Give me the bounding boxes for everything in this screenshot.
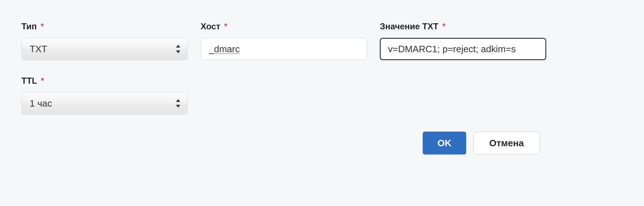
required-marker: * — [41, 76, 44, 85]
field-type: Тип * TXT — [21, 21, 188, 60]
required-marker: * — [442, 21, 446, 31]
label-txt-value: Значение TXT * — [380, 21, 546, 31]
cancel-button[interactable]: Отмена — [473, 132, 540, 154]
required-marker: * — [224, 21, 227, 31]
label-txt-value-text: Значение TXT — [380, 21, 438, 31]
svg-marker-2 — [176, 99, 180, 102]
field-host: Хост * — [201, 21, 367, 60]
label-type-text: Тип — [21, 21, 37, 31]
form-row-1: Тип * TXT Хост * — [21, 21, 623, 60]
ttl-select[interactable]: 1 час — [21, 92, 188, 114]
ok-button[interactable]: OK — [423, 132, 466, 154]
dns-record-form: Тип * TXT Хост * — [0, 0, 644, 114]
ttl-select-value: 1 час — [30, 98, 52, 109]
required-marker: * — [41, 21, 44, 31]
label-ttl-text: TTL — [21, 76, 37, 85]
field-ttl: TTL * 1 час — [21, 76, 188, 114]
svg-marker-0 — [176, 45, 180, 48]
form-row-2: TTL * 1 час — [21, 76, 623, 114]
form-actions: OK Отмена — [423, 132, 540, 154]
label-type: Тип * — [21, 21, 188, 31]
label-host: Хост * — [201, 21, 367, 31]
txt-value-input[interactable] — [380, 38, 546, 60]
field-txt-value: Значение TXT * — [380, 21, 546, 60]
svg-marker-3 — [176, 105, 180, 108]
host-input[interactable] — [201, 38, 367, 60]
chevron-up-down-icon — [175, 98, 181, 108]
label-ttl: TTL * — [21, 76, 188, 86]
label-host-text: Хост — [201, 21, 220, 31]
svg-marker-1 — [176, 50, 180, 53]
type-select-value: TXT — [30, 44, 47, 55]
type-select[interactable]: TXT — [21, 38, 188, 60]
chevron-up-down-icon — [175, 44, 181, 54]
